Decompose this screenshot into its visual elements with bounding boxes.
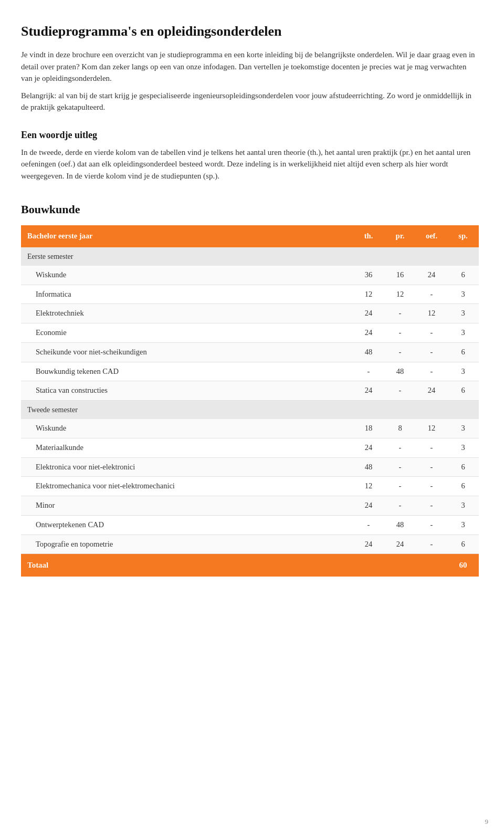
- cell-sp: 3: [447, 515, 479, 535]
- cell-th: 24: [353, 438, 384, 457]
- cell-th: -: [353, 515, 384, 535]
- cell-pr: -: [384, 457, 416, 477]
- table-header-row: Bachelor eerste jaar th. pr. oef. sp.: [21, 225, 479, 247]
- cell-subject: Topografie en topometrie: [21, 535, 353, 554]
- intro-paragraph-3: In de tweede, derde en vierde kolom van …: [21, 147, 479, 182]
- cell-subject: Materiaalkunde: [21, 438, 353, 457]
- cell-oef: -: [416, 477, 447, 496]
- cell-pr: -: [384, 381, 416, 401]
- cell-subject: Statica van constructies: [21, 381, 353, 401]
- cell-subject: Informatica: [21, 285, 353, 304]
- table-row: Minor24--3: [21, 496, 479, 516]
- cell-pr: -: [384, 477, 416, 496]
- table-row: Elektromechanica voor niet-elektromechan…: [21, 477, 479, 496]
- cell-oef: -: [416, 535, 447, 554]
- section-heading-bouwkunde: Bouwkunde: [21, 201, 479, 218]
- cell-pr: -: [384, 323, 416, 343]
- cell-sp: 6: [447, 266, 479, 285]
- cell-th: 36: [353, 266, 384, 285]
- cell-th: 24: [353, 323, 384, 343]
- cell-subject: Minor: [21, 496, 353, 516]
- cell-subject: Elektromechanica voor niet-elektromechan…: [21, 477, 353, 496]
- explanation-heading: Een woordje uitleg: [21, 128, 479, 142]
- semester-row-0: Eerste semester: [21, 247, 479, 266]
- cell-oef: -: [416, 438, 447, 457]
- total-sp: 60: [447, 554, 479, 577]
- col-pr-header: pr.: [384, 225, 416, 247]
- cell-th: 24: [353, 535, 384, 554]
- cell-th: 24: [353, 496, 384, 516]
- cell-subject: Bouwkundig tekenen CAD: [21, 362, 353, 381]
- cell-oef: -: [416, 285, 447, 304]
- cell-subject: Scheikunde voor niet-scheikundigen: [21, 342, 353, 362]
- cell-sp: 3: [447, 323, 479, 343]
- cell-pr: 12: [384, 285, 416, 304]
- cell-oef: 12: [416, 304, 447, 323]
- cell-sp: 3: [447, 285, 479, 304]
- cell-th: 12: [353, 285, 384, 304]
- semester-row-1: Tweede semester: [21, 401, 479, 420]
- cell-sp: 6: [447, 457, 479, 477]
- table-row: Bouwkundig tekenen CAD-48-3: [21, 362, 479, 381]
- cell-subject: Wiskunde: [21, 419, 353, 438]
- cell-sp: 3: [447, 304, 479, 323]
- table-row: Informatica1212-3: [21, 285, 479, 304]
- total-label: Totaal: [21, 554, 447, 577]
- cell-sp: 6: [447, 477, 479, 496]
- cell-sp: 6: [447, 342, 479, 362]
- intro-paragraph-1: Je vindt in deze brochure een overzicht …: [21, 49, 479, 85]
- cell-subject: Elektronica voor niet-elektronici: [21, 457, 353, 477]
- cell-pr: -: [384, 304, 416, 323]
- cell-oef: 24: [416, 381, 447, 401]
- table-row: Materiaalkunde24--3: [21, 438, 479, 457]
- table-row: Topografie en topometrie2424-6: [21, 535, 479, 554]
- table-row: Ontwerptekenen CAD-48-3: [21, 515, 479, 535]
- cell-subject: Elektrotechniek: [21, 304, 353, 323]
- col-oef-header: oef.: [416, 225, 447, 247]
- cell-oef: -: [416, 323, 447, 343]
- table-row: Economie24--3: [21, 323, 479, 343]
- col-subject-header: Bachelor eerste jaar: [21, 225, 353, 247]
- table-row: Statica van constructies24-246: [21, 381, 479, 401]
- cell-sp: 3: [447, 419, 479, 438]
- cell-subject: Economie: [21, 323, 353, 343]
- cell-subject: Wiskunde: [21, 266, 353, 285]
- bachelor-table: Bachelor eerste jaar th. pr. oef. sp. Ee…: [21, 225, 479, 577]
- table-row: Elektrotechniek24-123: [21, 304, 479, 323]
- cell-th: 48: [353, 342, 384, 362]
- cell-sp: 6: [447, 381, 479, 401]
- cell-oef: -: [416, 342, 447, 362]
- table-row: Scheikunde voor niet-scheikundigen48--6: [21, 342, 479, 362]
- col-sp-header: sp.: [447, 225, 479, 247]
- cell-oef: -: [416, 496, 447, 516]
- cell-sp: 3: [447, 496, 479, 516]
- cell-pr: -: [384, 342, 416, 362]
- cell-pr: 16: [384, 266, 416, 285]
- cell-pr: 48: [384, 515, 416, 535]
- cell-oef: 12: [416, 419, 447, 438]
- cell-th: 24: [353, 304, 384, 323]
- cell-subject: Ontwerptekenen CAD: [21, 515, 353, 535]
- cell-pr: -: [384, 438, 416, 457]
- cell-sp: 6: [447, 535, 479, 554]
- cell-th: 48: [353, 457, 384, 477]
- intro-paragraph-2: Belangrijk: al van bij de start krijg je…: [21, 90, 479, 113]
- table-row: Wiskunde188123: [21, 419, 479, 438]
- cell-pr: 24: [384, 535, 416, 554]
- cell-sp: 3: [447, 362, 479, 381]
- table-row: Wiskunde3616246: [21, 266, 479, 285]
- cell-th: 24: [353, 381, 384, 401]
- col-th-header: th.: [353, 225, 384, 247]
- page-title: Studieprogramma's en opleidingsonderdele…: [21, 21, 479, 41]
- cell-oef: 24: [416, 266, 447, 285]
- cell-th: 12: [353, 477, 384, 496]
- cell-th: 18: [353, 419, 384, 438]
- cell-th: -: [353, 362, 384, 381]
- table-row: Elektronica voor niet-elektronici48--6: [21, 457, 479, 477]
- cell-pr: -: [384, 496, 416, 516]
- cell-sp: 3: [447, 438, 479, 457]
- cell-pr: 48: [384, 362, 416, 381]
- total-row: Totaal60: [21, 554, 479, 577]
- cell-oef: -: [416, 515, 447, 535]
- cell-oef: -: [416, 362, 447, 381]
